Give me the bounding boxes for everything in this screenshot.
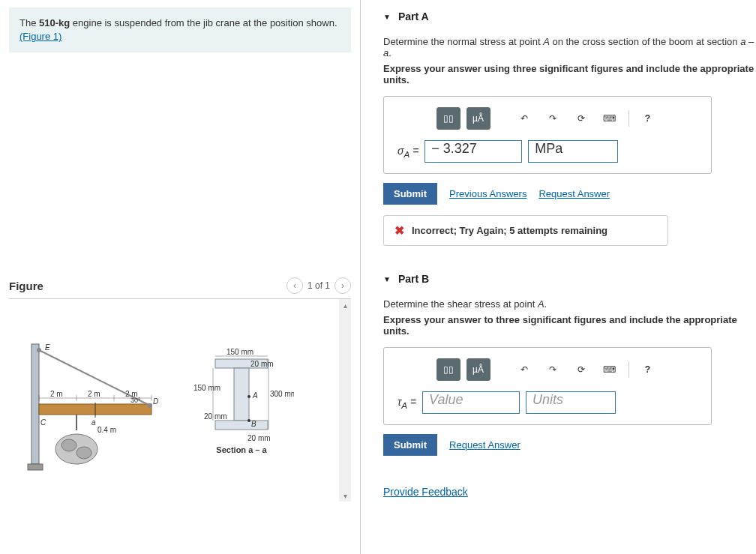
- part-a-submit-button[interactable]: Submit: [383, 183, 437, 205]
- help-button[interactable]: ?: [637, 359, 659, 380]
- figure-pager-text: 1 of 1: [308, 280, 330, 291]
- svg-point-4: [37, 348, 41, 352]
- keyboard-button[interactable]: ⌨: [598, 108, 621, 129]
- svg-text:A: A: [252, 391, 258, 400]
- svg-text:0.4 m: 0.4 m: [98, 426, 116, 434]
- svg-point-5: [148, 403, 152, 408]
- svg-text:20 mm: 20 mm: [204, 412, 227, 421]
- svg-point-35: [248, 395, 250, 398]
- caret-down-icon: ▼: [383, 275, 391, 283]
- problem-text-2: engine is suspended from the jib crane a…: [70, 17, 337, 28]
- figure-title: Figure: [9, 280, 44, 292]
- part-b-title: Part B: [398, 273, 429, 285]
- help-button[interactable]: ?: [637, 108, 659, 129]
- svg-point-22: [76, 447, 92, 459]
- templates-button[interactable]: ▯▯: [436, 358, 460, 381]
- undo-button[interactable]: ↶: [513, 359, 536, 380]
- part-a-request-answer-link[interactable]: Request Answer: [538, 188, 610, 199]
- part-a-feedback-text: Incorrect; Try Again; 5 attempts remaini…: [412, 225, 608, 236]
- svg-text:150 mm: 150 mm: [226, 348, 254, 356]
- part-b: ▼ Part B Determine the shear stress at p…: [383, 268, 756, 456]
- figure-link[interactable]: (Figure 1): [20, 31, 62, 42]
- greek-button[interactable]: µÅ: [466, 107, 490, 130]
- svg-text:2 m: 2 m: [50, 390, 63, 398]
- svg-rect-0: [32, 344, 39, 464]
- part-b-toggle[interactable]: ▼ Part B: [383, 268, 756, 289]
- part-b-request-answer-link[interactable]: Request Answer: [449, 439, 520, 451]
- svg-rect-24: [234, 368, 249, 421]
- part-b-instructions: Express your answer to three significant…: [383, 314, 756, 337]
- undo-button[interactable]: ↶: [513, 108, 536, 129]
- svg-text:2 m: 2 m: [88, 390, 100, 398]
- svg-point-37: [248, 419, 250, 422]
- keyboard-button[interactable]: ⌨: [598, 359, 621, 380]
- part-b-variable: τA =: [398, 396, 416, 410]
- figure-body: E D C 30° 2 m 2 m 2 m a: [9, 299, 351, 502]
- svg-text:D: D: [153, 397, 158, 406]
- redo-button[interactable]: ↷: [542, 359, 564, 380]
- templates-button[interactable]: ▯▯: [436, 107, 460, 130]
- caret-down-icon: ▼: [383, 13, 391, 21]
- problem-mass: 510-kg: [39, 17, 70, 28]
- problem-statement: The 510-kg engine is suspended from the …: [9, 7, 351, 52]
- part-a-description: Determine the normal stress at point A o…: [383, 36, 756, 58]
- scroll-up-icon[interactable]: ▴: [339, 299, 351, 311]
- svg-text:300 mm: 300 mm: [270, 390, 294, 398]
- svg-text:2 m: 2 m: [125, 390, 138, 398]
- svg-text:E: E: [45, 343, 50, 352]
- svg-text:C: C: [40, 418, 46, 427]
- section-caption: Section a – a: [216, 445, 267, 454]
- part-a: ▼ Part A Determine the normal stress at …: [383, 6, 756, 246]
- svg-point-21: [62, 439, 76, 451]
- figure-prev-button[interactable]: ‹: [286, 277, 303, 294]
- greek-button[interactable]: µÅ: [466, 358, 490, 381]
- svg-text:20 mm: 20 mm: [248, 434, 271, 442]
- section-marker-a: a: [92, 418, 96, 427]
- part-a-units-input[interactable]: MPa: [528, 140, 618, 163]
- part-a-feedback: ✖ Incorrect; Try Again; 5 attempts remai…: [383, 215, 668, 246]
- provide-feedback-link[interactable]: Provide Feedback: [383, 486, 468, 498]
- reset-button[interactable]: ⟳: [570, 359, 592, 380]
- svg-text:B: B: [251, 420, 256, 428]
- svg-rect-1: [28, 464, 43, 470]
- svg-rect-25: [215, 421, 268, 430]
- part-b-value-input[interactable]: Value: [422, 391, 520, 414]
- redo-button[interactable]: ↷: [542, 108, 564, 129]
- part-a-value-input[interactable]: − 3.327: [424, 140, 522, 163]
- figure-next-button[interactable]: ›: [334, 277, 351, 294]
- svg-text:150 mm: 150 mm: [194, 384, 220, 392]
- reset-button[interactable]: ⟳: [570, 108, 592, 129]
- part-b-submit-button[interactable]: Submit: [383, 434, 437, 456]
- crane-diagram: E D C 30° 2 m 2 m 2 m a: [16, 337, 166, 479]
- cross-section-diagram: 150 mm 20 mm 150 mm 20 mm 300 mm 20 mm A…: [189, 337, 294, 479]
- part-b-description: Determine the shear stress at point A.: [383, 298, 756, 310]
- part-b-units-input[interactable]: Units: [526, 391, 616, 414]
- scroll-down-icon[interactable]: ▾: [339, 490, 351, 502]
- part-a-instructions: Express your answer using three signific…: [383, 63, 756, 85]
- figure-scrollbar[interactable]: ▴ ▾: [339, 299, 351, 502]
- incorrect-icon: ✖: [394, 223, 404, 238]
- svg-point-20: [56, 434, 98, 464]
- svg-text:20 mm: 20 mm: [250, 360, 274, 368]
- part-a-variable: σA =: [398, 145, 418, 159]
- part-a-toggle[interactable]: ▼ Part A: [383, 6, 756, 27]
- part-a-answer-box: ▯▯ µÅ ↶ ↷ ⟳ ⌨ ? σA = − 3.327 MPa: [383, 96, 712, 174]
- part-a-title: Part A: [398, 10, 429, 22]
- problem-text-1: The: [20, 17, 39, 28]
- part-a-previous-answers-link[interactable]: Previous Answers: [449, 188, 526, 199]
- part-b-answer-box: ▯▯ µÅ ↶ ↷ ⟳ ⌨ ? τA = Value Units: [383, 347, 712, 425]
